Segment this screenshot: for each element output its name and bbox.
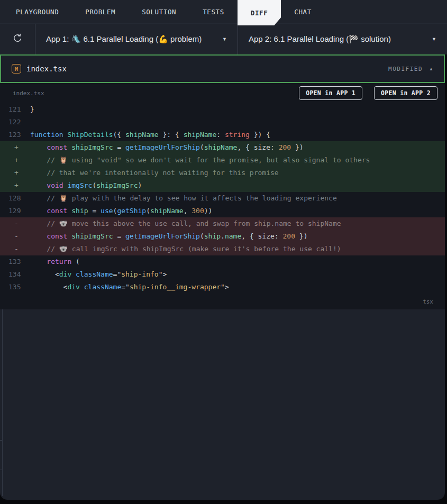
tab-problem[interactable]: PROBLEM — [72, 0, 129, 23]
content-region: M index.tsx MODIFIED ▲ index.tsx OPEN in… — [0, 54, 447, 504]
tab-diff[interactable]: DIFF — [238, 0, 281, 25]
code-line: + // that we're intentionally not waitin… — [0, 167, 445, 179]
code-line: + void imgSrc(shipImgSrc) — [0, 179, 445, 192]
app1-select-label: App 1: 🛝 6.1 Parallel Loading (💪 problem… — [46, 34, 202, 44]
app-toolbar: App 1: 🛝 6.1 Parallel Loading (💪 problem… — [0, 23, 447, 54]
code-line: 123function ShipDetails({ shipName }: { … — [0, 129, 445, 141]
app2-select-label: App 2: 6.1 Parallel Loading (🏁 solution) — [249, 34, 391, 44]
diff-sign: - — [0, 230, 30, 243]
code-line: 128 // 🦉 play with the delay to see how … — [0, 192, 445, 205]
file-name: index.tsx — [26, 65, 67, 73]
line-number: 133 — [0, 255, 30, 268]
code-line: 135 <div className="ship-info__img-wrapp… — [0, 281, 445, 294]
line-number: 134 — [0, 268, 30, 281]
refresh-icon — [12, 32, 23, 46]
left-scrollbar[interactable] — [0, 309, 3, 496]
code-line: 133 return ( — [0, 255, 445, 268]
chevron-down-icon: ▼ — [222, 36, 227, 42]
app2-select[interactable]: App 2: 6.1 Parallel Loading (🏁 solution)… — [238, 24, 447, 54]
diff-panel: M index.tsx MODIFIED ▲ index.tsx OPEN in… — [0, 54, 445, 500]
code-text: function ShipDetails({ shipName }: { shi… — [30, 129, 445, 141]
code-text: const shipImgSrc = getImageUrlForShip(sh… — [30, 141, 445, 154]
tab-bar: PLAYGROUNDPROBLEMSOLUTIONTESTSDIFFCHAT — [0, 0, 447, 23]
modified-file-badge: M — [12, 64, 21, 74]
language-label: tsx — [423, 298, 433, 305]
diff-sign: - — [0, 243, 30, 255]
tab-tests[interactable]: TESTS — [189, 0, 238, 23]
line-number: 123 — [0, 129, 30, 141]
code-text: void imgSrc(shipImgSrc) — [30, 179, 445, 192]
code-text: return ( — [30, 255, 445, 268]
code-line: - const shipImgSrc = getImageUrlForShip(… — [0, 230, 445, 243]
code-text: // 🐨 move this above the use call, and s… — [30, 217, 445, 230]
scrollbar-tick — [0, 440, 2, 441]
code-line: 122 — [0, 116, 445, 129]
code-text: } — [30, 103, 445, 116]
code-text: <div className="ship-info__img-wrapper"> — [30, 281, 445, 294]
open-in-app1-button[interactable]: OPEN in APP 1 — [299, 86, 362, 100]
collapse-up-icon[interactable]: ▲ — [429, 67, 433, 71]
line-number: 129 — [0, 205, 30, 217]
scrollbar-tick — [0, 470, 2, 470]
status-badge: MODIFIED — [388, 66, 423, 72]
code-text: <div className="ship-info"> — [30, 268, 445, 281]
tab-playground[interactable]: PLAYGROUND — [3, 0, 72, 23]
code-line: - // 🐨 call imgSrc with shipImgSrc (make… — [0, 243, 445, 255]
code-line: - // 🐨 move this above the use call, and… — [0, 217, 445, 230]
code-line: 129 const ship = use(getShip(shipName, 3… — [0, 205, 445, 217]
code-text — [30, 116, 445, 129]
code-header: index.tsx OPEN in APP 1 OPEN in APP 2 — [0, 83, 445, 103]
line-number: 135 — [0, 281, 30, 294]
refresh-button[interactable] — [0, 24, 35, 54]
app1-select[interactable]: App 1: 🛝 6.1 Parallel Loading (💪 problem… — [35, 24, 238, 54]
code-text: const shipImgSrc = getImageUrlForShip(sh… — [30, 230, 445, 243]
line-number: 121 — [0, 103, 30, 116]
diff-viewer-app: PLAYGROUNDPROBLEMSOLUTIONTESTSDIFFCHAT A… — [0, 0, 447, 504]
diff-sign: + — [0, 154, 30, 167]
code-block: index.tsx OPEN in APP 1 OPEN in APP 2 12… — [0, 83, 445, 309]
code-text: // that we're intentionally not waiting … — [30, 167, 445, 179]
code-line: 121} — [0, 103, 445, 116]
diff-sign: + — [0, 167, 30, 179]
open-in-app2-button[interactable]: OPEN in APP 2 — [374, 86, 437, 100]
code-line: 134 <div className="ship-info"> — [0, 268, 445, 281]
chevron-down-icon: ▼ — [432, 36, 436, 42]
diff-sign: - — [0, 217, 30, 230]
code-text: // 🦉 using "void" so we don't wait for t… — [30, 154, 445, 167]
tab-solution[interactable]: SOLUTION — [129, 0, 189, 23]
line-number: 122 — [0, 116, 30, 129]
diff-sign: + — [0, 141, 30, 154]
code-filename-label: index.tsx — [13, 90, 44, 97]
tab-chat[interactable]: CHAT — [281, 0, 325, 23]
file-header[interactable]: M index.tsx MODIFIED ▲ — [0, 54, 445, 83]
code-text: // 🦉 play with the delay to see how it a… — [30, 192, 445, 205]
diff-sign: + — [0, 179, 30, 192]
code-text: const ship = use(getShip(shipName, 300)) — [30, 205, 445, 217]
code-line: + // 🦉 using "void" so we don't wait for… — [0, 154, 445, 167]
code-lines: 121}122123function ShipDetails({ shipNam… — [0, 103, 445, 294]
line-number: 128 — [0, 192, 30, 205]
code-text: // 🐨 call imgSrc with shipImgSrc (make s… — [30, 243, 445, 255]
code-line: + const shipImgSrc = getImageUrlForShip(… — [0, 141, 445, 154]
